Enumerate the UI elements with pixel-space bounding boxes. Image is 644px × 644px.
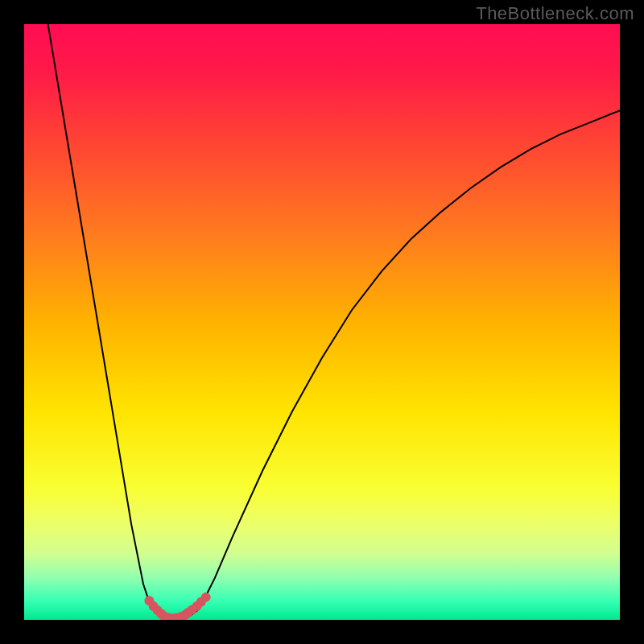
chart-frame — [24, 24, 620, 620]
bottleneck-chart — [24, 24, 620, 620]
highlight-dot — [201, 592, 211, 602]
watermark-text: TheBottleneck.com — [476, 3, 634, 24]
gradient-background — [24, 24, 620, 620]
